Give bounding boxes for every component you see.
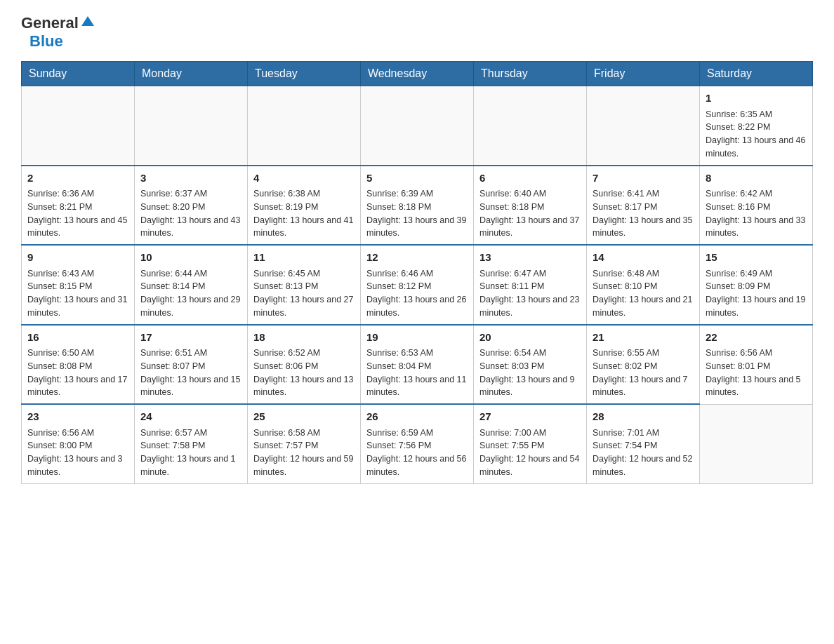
calendar-header-saturday: Saturday	[700, 62, 813, 86]
calendar-cell: 15Sunrise: 6:49 AM Sunset: 8:09 PM Dayli…	[700, 245, 813, 325]
calendar-cell: 27Sunrise: 7:00 AM Sunset: 7:55 PM Dayli…	[474, 404, 587, 483]
calendar-cell: 21Sunrise: 6:55 AM Sunset: 8:02 PM Dayli…	[587, 325, 700, 405]
day-info: Sunrise: 6:35 AM Sunset: 8:22 PM Dayligh…	[706, 108, 807, 161]
calendar-cell: 23Sunrise: 6:56 AM Sunset: 8:00 PM Dayli…	[22, 404, 135, 483]
day-info: Sunrise: 6:55 AM Sunset: 8:02 PM Dayligh…	[593, 347, 694, 399]
day-number: 12	[366, 250, 468, 266]
header: General Blue	[21, 14, 813, 51]
calendar-cell: 9Sunrise: 6:43 AM Sunset: 8:15 PM Daylig…	[22, 245, 135, 325]
day-info: Sunrise: 6:57 AM Sunset: 7:58 PM Dayligh…	[140, 427, 241, 479]
calendar-cell	[587, 86, 700, 166]
calendar-cell: 2Sunrise: 6:36 AM Sunset: 8:21 PM Daylig…	[22, 166, 135, 246]
calendar-cell: 10Sunrise: 6:44 AM Sunset: 8:14 PM Dayli…	[135, 245, 248, 325]
day-number: 8	[706, 170, 807, 187]
day-info: Sunrise: 7:00 AM Sunset: 7:55 PM Dayligh…	[479, 427, 581, 479]
day-info: Sunrise: 6:56 AM Sunset: 8:00 PM Dayligh…	[27, 427, 128, 479]
day-number: 4	[253, 170, 355, 187]
calendar-cell	[135, 86, 248, 166]
day-info: Sunrise: 6:56 AM Sunset: 8:01 PM Dayligh…	[706, 347, 807, 399]
calendar-cell: 3Sunrise: 6:37 AM Sunset: 8:20 PM Daylig…	[135, 166, 248, 246]
calendar-header-tuesday: Tuesday	[248, 62, 361, 86]
day-info: Sunrise: 6:36 AM Sunset: 8:21 PM Dayligh…	[27, 187, 128, 240]
day-number: 18	[253, 330, 355, 346]
calendar-cell: 6Sunrise: 6:40 AM Sunset: 8:18 PM Daylig…	[474, 166, 587, 246]
day-info: Sunrise: 6:47 AM Sunset: 8:11 PM Dayligh…	[479, 267, 581, 320]
calendar-header-monday: Monday	[135, 62, 248, 86]
day-number: 19	[366, 330, 468, 346]
day-info: Sunrise: 7:01 AM Sunset: 7:54 PM Dayligh…	[593, 427, 694, 479]
day-info: Sunrise: 6:51 AM Sunset: 8:07 PM Dayligh…	[140, 347, 241, 399]
logo: General Blue	[21, 14, 94, 51]
day-number: 15	[706, 250, 807, 266]
calendar-cell	[361, 86, 474, 166]
calendar-cell: 8Sunrise: 6:42 AM Sunset: 8:16 PM Daylig…	[700, 166, 813, 246]
day-info: Sunrise: 6:46 AM Sunset: 8:12 PM Dayligh…	[366, 267, 468, 320]
logo-triangle-icon	[81, 16, 94, 26]
day-number: 20	[479, 330, 581, 346]
calendar-cell: 5Sunrise: 6:39 AM Sunset: 8:18 PM Daylig…	[361, 166, 474, 246]
day-info: Sunrise: 6:49 AM Sunset: 8:09 PM Dayligh…	[706, 267, 807, 320]
day-number: 13	[479, 250, 581, 266]
day-number: 26	[366, 409, 468, 425]
calendar-week-row: 1Sunrise: 6:35 AM Sunset: 8:22 PM Daylig…	[22, 86, 813, 166]
day-info: Sunrise: 6:39 AM Sunset: 8:18 PM Dayligh…	[366, 187, 468, 240]
day-info: Sunrise: 6:40 AM Sunset: 8:18 PM Dayligh…	[479, 187, 581, 240]
calendar-cell: 20Sunrise: 6:54 AM Sunset: 8:03 PM Dayli…	[474, 325, 587, 405]
calendar-cell: 24Sunrise: 6:57 AM Sunset: 7:58 PM Dayli…	[135, 404, 248, 483]
day-number: 9	[27, 250, 128, 266]
day-info: Sunrise: 6:52 AM Sunset: 8:06 PM Dayligh…	[253, 347, 355, 399]
calendar-header-sunday: Sunday	[22, 62, 135, 86]
calendar-cell: 13Sunrise: 6:47 AM Sunset: 8:11 PM Dayli…	[474, 245, 587, 325]
calendar-header-thursday: Thursday	[474, 62, 587, 86]
day-number: 24	[140, 409, 241, 425]
day-number: 22	[706, 330, 807, 346]
logo-blue-text: Blue	[29, 32, 63, 51]
calendar-cell: 14Sunrise: 6:48 AM Sunset: 8:10 PM Dayli…	[587, 245, 700, 325]
calendar-cell: 26Sunrise: 6:59 AM Sunset: 7:56 PM Dayli…	[361, 404, 474, 483]
calendar-cell: 16Sunrise: 6:50 AM Sunset: 8:08 PM Dayli…	[22, 325, 135, 405]
day-info: Sunrise: 6:53 AM Sunset: 8:04 PM Dayligh…	[366, 347, 468, 399]
calendar-cell	[700, 404, 813, 483]
day-number: 23	[27, 409, 128, 425]
day-info: Sunrise: 6:50 AM Sunset: 8:08 PM Dayligh…	[27, 347, 128, 399]
calendar-cell: 19Sunrise: 6:53 AM Sunset: 8:04 PM Dayli…	[361, 325, 474, 405]
day-info: Sunrise: 6:43 AM Sunset: 8:15 PM Dayligh…	[27, 267, 128, 320]
calendar-week-row: 9Sunrise: 6:43 AM Sunset: 8:15 PM Daylig…	[22, 245, 813, 325]
day-info: Sunrise: 6:41 AM Sunset: 8:17 PM Dayligh…	[593, 187, 694, 240]
calendar-cell: 11Sunrise: 6:45 AM Sunset: 8:13 PM Dayli…	[248, 245, 361, 325]
day-number: 25	[253, 409, 355, 425]
day-number: 3	[140, 170, 241, 187]
calendar-cell: 18Sunrise: 6:52 AM Sunset: 8:06 PM Dayli…	[248, 325, 361, 405]
day-info: Sunrise: 6:48 AM Sunset: 8:10 PM Dayligh…	[593, 267, 694, 320]
day-info: Sunrise: 6:38 AM Sunset: 8:19 PM Dayligh…	[253, 187, 355, 240]
day-number: 27	[479, 409, 581, 425]
day-number: 17	[140, 330, 241, 346]
calendar-cell: 17Sunrise: 6:51 AM Sunset: 8:07 PM Dayli…	[135, 325, 248, 405]
calendar-header-row: SundayMondayTuesdayWednesdayThursdayFrid…	[22, 62, 813, 86]
calendar-cell	[248, 86, 361, 166]
day-number: 21	[593, 330, 694, 346]
day-number: 1	[706, 90, 807, 107]
calendar-cell: 4Sunrise: 6:38 AM Sunset: 8:19 PM Daylig…	[248, 166, 361, 246]
calendar-week-row: 16Sunrise: 6:50 AM Sunset: 8:08 PM Dayli…	[22, 325, 813, 405]
calendar-week-row: 23Sunrise: 6:56 AM Sunset: 8:00 PM Dayli…	[22, 404, 813, 483]
calendar-cell: 1Sunrise: 6:35 AM Sunset: 8:22 PM Daylig…	[700, 86, 813, 166]
day-info: Sunrise: 6:45 AM Sunset: 8:13 PM Dayligh…	[253, 267, 355, 320]
day-number: 10	[140, 250, 241, 266]
calendar-cell: 22Sunrise: 6:56 AM Sunset: 8:01 PM Dayli…	[700, 325, 813, 405]
day-number: 11	[253, 250, 355, 266]
day-number: 5	[366, 170, 468, 187]
day-info: Sunrise: 6:42 AM Sunset: 8:16 PM Dayligh…	[706, 187, 807, 240]
calendar-cell	[22, 86, 135, 166]
day-info: Sunrise: 6:59 AM Sunset: 7:56 PM Dayligh…	[366, 427, 468, 479]
calendar-cell: 25Sunrise: 6:58 AM Sunset: 7:57 PM Dayli…	[248, 404, 361, 483]
day-number: 2	[27, 170, 128, 187]
day-info: Sunrise: 6:58 AM Sunset: 7:57 PM Dayligh…	[253, 427, 355, 479]
calendar-header-wednesday: Wednesday	[361, 62, 474, 86]
day-number: 14	[593, 250, 694, 266]
calendar-cell: 28Sunrise: 7:01 AM Sunset: 7:54 PM Dayli…	[587, 404, 700, 483]
day-info: Sunrise: 6:37 AM Sunset: 8:20 PM Dayligh…	[140, 187, 241, 240]
day-number: 28	[593, 409, 694, 425]
logo-general-text: General	[21, 14, 79, 32]
calendar-cell: 12Sunrise: 6:46 AM Sunset: 8:12 PM Dayli…	[361, 245, 474, 325]
